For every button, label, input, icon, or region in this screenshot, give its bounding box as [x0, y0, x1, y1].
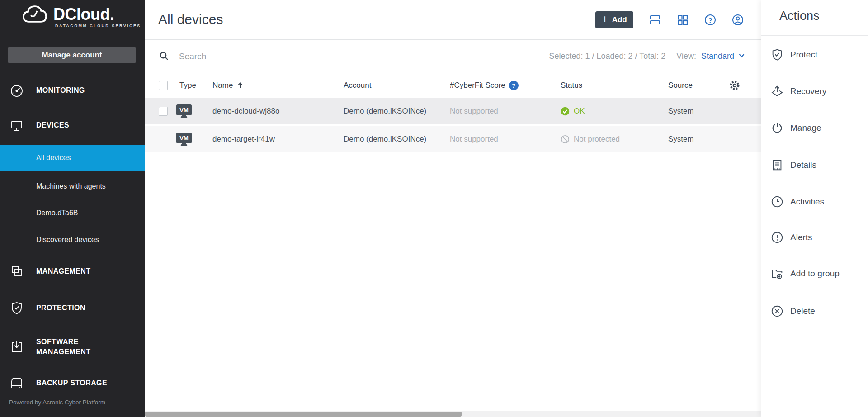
add-button-label: Add [612, 15, 627, 24]
brand-name: DCloud. [53, 3, 114, 26]
action-recovery[interactable]: Recovery [761, 81, 868, 102]
action-details[interactable]: Details [761, 154, 868, 176]
sort-ascending-icon [237, 82, 244, 89]
grid-view-icon[interactable] [677, 14, 689, 26]
column-header-name[interactable]: Name [212, 81, 244, 90]
sidebar-item-label: SOFTWARE MANAGEMENT [36, 337, 115, 357]
status-not-protected-icon [561, 135, 570, 144]
cyberfit-help-icon[interactable]: ? [509, 81, 519, 90]
horizontal-scrollbar-thumb[interactable] [145, 412, 462, 417]
sidebar-item-discovered-devices[interactable]: Discovered devices [0, 229, 145, 251]
shield-check-icon [9, 301, 24, 315]
device-account: Demo (demo.iKSOINce) [344, 135, 426, 144]
action-label: Recovery [790, 86, 826, 96]
action-alerts[interactable]: Alerts [761, 227, 868, 248]
sidebar-item-backup-storage[interactable]: BACKUP STORAGE [0, 372, 145, 394]
sidebar-item-label: MANAGEMENT [36, 267, 90, 275]
sidebar-item-machines-with-agents[interactable]: Machines with agents [0, 175, 145, 197]
plus-icon: + [602, 13, 608, 25]
page-header: All devices + Add ? [145, 0, 761, 40]
status-label: Not protected [574, 135, 620, 144]
rows-view-icon[interactable] [649, 14, 661, 26]
chevron-down-icon [738, 52, 745, 61]
table-row[interactable]: VM demo-target-lr41w Demo (demo.iKSOINce… [145, 126, 761, 152]
status-ok-icon [561, 107, 570, 116]
device-source: System [668, 107, 694, 116]
device-name[interactable]: demo-dcloud-wj88o [212, 107, 279, 116]
device-source: System [668, 135, 694, 144]
action-add-to-group[interactable]: Add to group [761, 263, 868, 284]
storage-drive-icon [9, 376, 24, 390]
action-delete[interactable]: Delete [761, 300, 868, 322]
sidebar-item-label: Machines with agents [36, 182, 106, 190]
column-header-account[interactable]: Account [344, 81, 371, 90]
software-install-icon [9, 340, 24, 354]
main-content: All devices + Add ? [145, 0, 761, 417]
overlapping-squares-icon [9, 264, 24, 279]
actions-panel-title: Actions [779, 9, 820, 23]
action-activities[interactable]: Activities [761, 191, 868, 213]
action-label: Activities [790, 197, 824, 207]
powered-by-text: Powered by Acronis Cyber Platform [9, 399, 105, 406]
toolbar-right: Selected: 1 / Loaded: 2 / Total: 2 View:… [549, 40, 761, 72]
column-header-status[interactable]: Status [561, 81, 582, 90]
add-device-button[interactable]: + Add [595, 11, 633, 28]
app-window: DCloud. DATACOMM CLOUD SERVICES Manage a… [0, 0, 868, 417]
action-manage[interactable]: Manage [761, 117, 868, 139]
sidebar-item-label: PROTECTION [36, 304, 85, 312]
table-row[interactable]: VM demo-dcloud-wj88o Demo (demo.iKSOINce… [145, 98, 761, 124]
sidebar: DCloud. DATACOMM CLOUD SERVICES Manage a… [0, 0, 145, 417]
sidebar-item-all-devices[interactable]: All devices [0, 145, 145, 171]
sidebar-item-protection[interactable]: PROTECTION [0, 297, 145, 319]
sidebar-item-devices[interactable]: DEVICES [0, 114, 145, 136]
sidebar-item-software-management[interactable]: SOFTWARE MANAGEMENT [0, 331, 145, 363]
action-protect[interactable]: Protect [761, 44, 868, 66]
search-icon [159, 51, 169, 61]
view-select-dropdown[interactable]: Standard [701, 52, 745, 61]
clock-icon [770, 195, 784, 208]
sidebar-item-monitoring[interactable]: MONITORING [0, 80, 145, 101]
actions-panel: Actions Protect Recovery Manage Details [761, 0, 868, 417]
account-icon[interactable] [732, 14, 744, 26]
divider [761, 35, 868, 36]
status-cell: Not protected [561, 135, 620, 144]
column-header-source[interactable]: Source [668, 81, 693, 90]
table-header: Type Name Account #CyberFit Score ? Stat… [145, 72, 761, 98]
header-actions: + Add ? [595, 0, 761, 40]
gauge-icon [9, 83, 24, 98]
row-checkbox[interactable] [159, 107, 168, 116]
document-details-icon [770, 158, 784, 172]
folder-plus-icon [770, 267, 784, 280]
sidebar-item-label: Discovered devices [36, 236, 99, 244]
select-all-checkbox[interactable] [159, 81, 168, 90]
sidebar-item-management[interactable]: MANAGEMENT [0, 261, 145, 282]
delete-circle-icon [770, 304, 784, 318]
manage-account-button[interactable]: Manage account [8, 47, 136, 63]
sidebar-item-label: All devices [36, 154, 71, 162]
sidebar-item-label: DEVICES [36, 121, 69, 129]
view-label: View: [676, 52, 696, 61]
cloud-logo-icon [21, 3, 53, 28]
vm-type-badge: VM [176, 104, 192, 118]
search-input[interactable] [179, 48, 432, 65]
help-icon[interactable]: ? [704, 14, 716, 26]
selection-summary: Selected: 1 / Loaded: 2 / Total: 2 [549, 52, 665, 61]
action-label: Delete [790, 306, 815, 316]
column-settings-gear-icon[interactable] [729, 80, 741, 91]
device-account: Demo (demo.iKSOINce) [344, 107, 426, 116]
status-label: OK [574, 107, 585, 116]
cyberfit-score-value: Not supported [450, 107, 498, 116]
device-name[interactable]: demo-target-lr41w [212, 135, 275, 144]
vm-badge-stand [180, 143, 188, 146]
column-header-cyberfit[interactable]: #CyberFit Score ? [450, 81, 519, 90]
brand-tagline: DATACOMM CLOUD SERVICES [55, 24, 141, 28]
monitor-icon [9, 118, 24, 133]
recovery-arrow-icon [770, 85, 784, 98]
vm-badge-label: VM [176, 104, 192, 115]
horizontal-scrollbar-track[interactable] [145, 411, 761, 417]
column-header-type[interactable]: Type [179, 81, 196, 90]
column-header-label: Name [212, 81, 233, 90]
toolbar: Selected: 1 / Loaded: 2 / Total: 2 View:… [145, 40, 761, 72]
vm-type-badge: VM [176, 133, 192, 146]
sidebar-item-demo-group[interactable]: Demo.dTa6B [0, 202, 145, 224]
